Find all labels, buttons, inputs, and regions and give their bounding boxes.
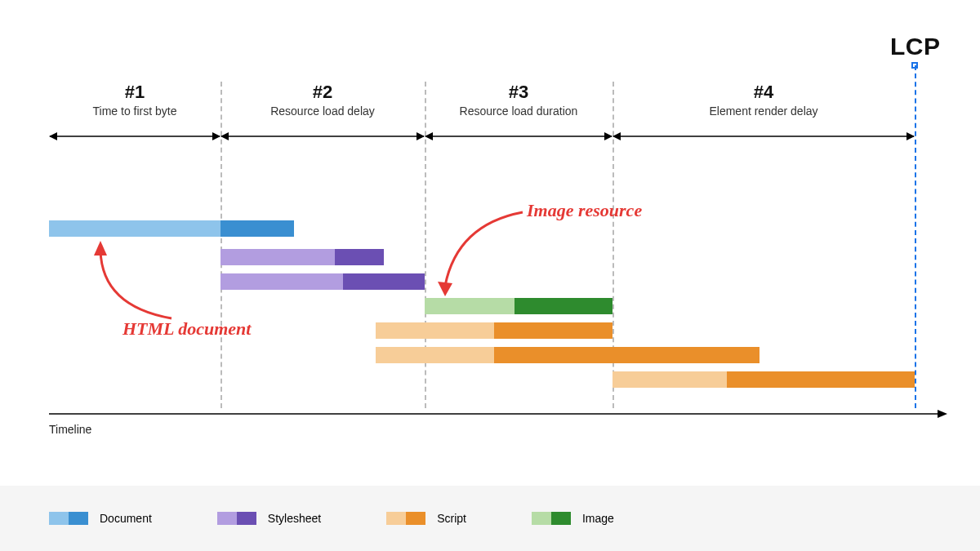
- lcp-marker-line: [915, 65, 916, 408]
- legend-label: Image: [582, 512, 614, 525]
- phase-num: #3: [425, 82, 612, 103]
- swatch-icon: [49, 512, 88, 525]
- phase-label: Resource load delay: [220, 104, 425, 118]
- svg-marker-15: [938, 410, 947, 418]
- bar-segment-light: [376, 322, 494, 339]
- bar-segment-light: [49, 220, 220, 237]
- svg-marker-7: [425, 132, 433, 140]
- bar-segment-dark: [220, 220, 294, 237]
- range-arrow-icon: [220, 131, 425, 142]
- bar-segment-dark: [335, 249, 384, 265]
- timeline-axis-label: Timeline: [49, 423, 91, 436]
- timeline-axis: [49, 408, 947, 423]
- legend-item-stylesheet: Stylesheet: [217, 512, 321, 525]
- swatch-icon: [217, 512, 256, 525]
- phase-header-3: #3 Resource load duration: [425, 82, 612, 118]
- svg-marker-11: [906, 132, 915, 140]
- phase-header-1: #1 Time to first byte: [49, 82, 220, 118]
- bar-segment-dark: [494, 322, 612, 339]
- svg-marker-1: [49, 132, 57, 140]
- legend-label: Stylesheet: [268, 512, 321, 525]
- annotation-arrow-icon: [86, 241, 192, 331]
- bar-script: [612, 371, 915, 388]
- bar-segment-light: [220, 249, 335, 265]
- legend-item-image: Image: [532, 512, 614, 525]
- bar-segment-dark: [727, 371, 915, 388]
- legend-label: Script: [437, 512, 466, 525]
- svg-marker-13: [438, 282, 452, 296]
- bar-stylesheet: [220, 249, 384, 265]
- bar-segment-dark: [343, 273, 425, 290]
- phase-label: Element render delay: [612, 104, 915, 118]
- range-arrow-icon: [425, 131, 612, 142]
- phase-num: #4: [612, 82, 915, 103]
- diagram-stage: LCP #1 Time to first byte #2 Resource lo…: [49, 33, 931, 441]
- svg-marker-10: [612, 132, 621, 140]
- phase-num: #1: [49, 82, 220, 103]
- bar-segment-light: [376, 347, 494, 363]
- legend-item-document: Document: [49, 512, 152, 525]
- range-arrow-icon: [49, 131, 220, 142]
- legend: Document Stylesheet Script Image: [0, 486, 980, 551]
- bar-script: [376, 347, 760, 363]
- bar-document: [49, 220, 294, 237]
- phase-num: #2: [220, 82, 425, 103]
- phase-label: Resource load duration: [425, 104, 612, 118]
- phase-header-4: #4 Element render delay: [612, 82, 915, 118]
- svg-marker-12: [94, 241, 107, 256]
- legend-label: Document: [100, 512, 152, 525]
- phase-header-2: #2 Resource load delay: [220, 82, 425, 118]
- swatch-icon: [386, 512, 425, 525]
- bar-segment-light: [612, 371, 727, 388]
- phase-label: Time to first byte: [49, 104, 220, 118]
- range-arrow-icon: [612, 131, 915, 142]
- svg-marker-4: [220, 132, 229, 140]
- annotation-arrow-icon: [433, 208, 547, 306]
- svg-marker-2: [212, 132, 220, 140]
- bar-segment-dark: [494, 347, 760, 363]
- bar-segment-light: [220, 273, 343, 290]
- swatch-icon: [532, 512, 571, 525]
- bar-script: [376, 322, 612, 339]
- svg-marker-5: [416, 132, 425, 140]
- legend-item-script: Script: [386, 512, 466, 525]
- bar-stylesheet: [220, 273, 425, 290]
- svg-marker-8: [604, 132, 612, 140]
- lcp-label: LCP: [890, 33, 941, 60]
